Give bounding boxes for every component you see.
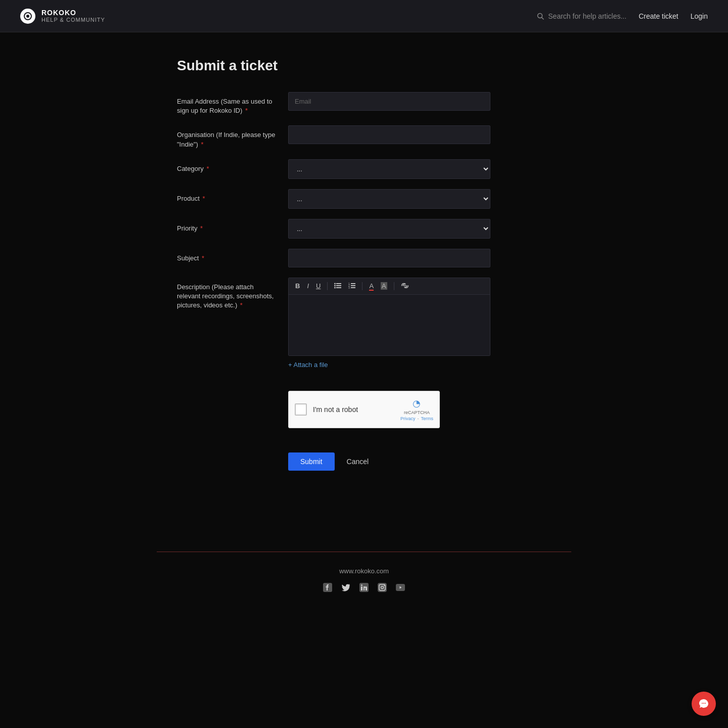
logo-subtitle: HELP & COMMUNITY [41,17,105,23]
recaptcha-links: Privacy - Terms [400,416,433,421]
recaptcha-box[interactable]: I'm not a robot ◔ reCAPTCHA Privacy - Te… [288,391,440,428]
ordered-list-button[interactable]: 1. 2. 3. [346,281,358,291]
logo-icon [20,9,35,24]
logo-area: ROKOKO HELP & COMMUNITY [20,9,537,24]
social-icons [10,583,718,594]
description-label: Description (Please attach relevant reco… [177,278,278,310]
svg-rect-8 [336,285,341,286]
svg-point-5 [334,285,336,286]
recaptcha-logo-area: ◔ reCAPTCHA Privacy - Terms [400,398,433,421]
recaptcha-brand-text: reCAPTCHA [404,410,430,415]
svg-point-25 [702,703,703,704]
search-bar[interactable]: Search for help articles... [537,12,626,20]
form-actions-row: Submit Cancel [177,452,551,471]
category-field-wrap: ... [288,159,490,179]
email-row: Email Address (Same as used to sign up f… [177,92,551,115]
description-editor[interactable] [289,295,490,355]
description-required: * [240,301,243,309]
product-field-wrap: ... [288,189,490,209]
recaptcha-checkbox[interactable] [295,403,307,416]
org-row: Organisation (If Indie, please type "Ind… [177,125,551,149]
subject-field-wrap [288,249,490,267]
product-select[interactable]: ... [288,189,490,209]
svg-text:3.: 3. [348,286,350,289]
recaptcha-spacer [177,391,278,396]
cancel-button[interactable]: Cancel [343,452,373,471]
create-ticket-button[interactable]: Create ticket [639,12,678,20]
svg-line-3 [542,17,544,19]
toolbar-divider-1 [327,282,328,290]
toolbar-divider-3 [394,282,394,290]
svg-point-4 [334,283,336,284]
recaptcha-brand-icon: ◔ [413,398,421,409]
chat-button[interactable] [692,692,716,716]
product-row: Product * ... [177,189,551,209]
email-input[interactable] [288,92,490,111]
twitter-icon[interactable] [341,583,350,594]
submit-button[interactable]: Submit [288,452,335,471]
category-select[interactable]: ... [288,159,490,179]
description-field-wrap: B I U [288,278,490,381]
priority-field-wrap: ... [288,219,490,239]
svg-rect-9 [336,287,341,288]
subject-label: Subject * [177,249,278,263]
actions-spacer [177,452,278,458]
recaptcha-row: I'm not a robot ◔ reCAPTCHA Privacy - Te… [177,391,551,442]
org-input[interactable] [288,125,490,144]
font-bg-button[interactable]: A [378,281,390,291]
unordered-list-button[interactable] [332,281,344,291]
search-placeholder: Search for help articles... [548,12,626,20]
youtube-icon[interactable] [396,583,405,594]
header-nav: Search for help articles... Create ticke… [537,12,708,20]
svg-rect-7 [336,283,341,284]
subject-row: Subject * [177,249,551,267]
category-label: Category * [177,159,278,173]
bold-button[interactable]: B [293,281,302,291]
email-label: Email Address (Same as used to sign up f… [177,92,278,115]
priority-select[interactable]: ... [288,219,490,239]
svg-point-6 [334,287,336,288]
subject-required: * [202,254,204,262]
svg-rect-14 [351,285,355,286]
search-icon [537,13,544,20]
svg-rect-18 [361,586,362,590]
svg-point-19 [361,584,362,586]
font-color-button[interactable]: A [367,281,376,291]
priority-row: Priority * ... [177,219,551,239]
priority-label: Priority * [177,219,278,233]
recaptcha-wrap: I'm not a robot ◔ reCAPTCHA Privacy - Te… [288,391,490,442]
editor-wrap: B I U [288,278,490,356]
priority-required: * [200,224,203,232]
login-button[interactable]: Login [691,12,708,20]
main-content: Submit a ticket Email Address (Same as u… [157,32,571,511]
unordered-list-icon [334,283,341,289]
footer: www.rokoko.com [0,552,728,609]
recaptcha-terms[interactable]: Terms [421,416,434,421]
footer-url: www.rokoko.com [10,567,718,575]
category-required: * [206,165,209,172]
editor-toolbar: B I U [289,278,490,295]
email-field-wrap [288,92,490,111]
facebook-icon[interactable] [323,583,332,594]
chat-icon [698,698,709,709]
recaptcha-privacy[interactable]: Privacy [400,416,416,421]
svg-point-26 [703,703,704,704]
logo-title: ROKOKO [41,9,105,17]
link-button[interactable] [398,281,412,291]
page-title: Submit a ticket [177,58,551,74]
svg-point-1 [26,15,29,18]
svg-point-23 [384,585,385,586]
description-row: Description (Please attach relevant reco… [177,278,551,381]
subject-input[interactable] [288,249,490,267]
underline-button[interactable]: U [313,281,323,291]
linkedin-icon[interactable] [359,583,369,594]
attach-file-link[interactable]: + Attach a file [288,361,328,369]
category-row: Category * ... [177,159,551,179]
org-label: Organisation (If Indie, please type "Ind… [177,125,278,149]
instagram-icon[interactable] [378,583,387,594]
product-label: Product * [177,189,278,203]
svg-point-27 [705,703,706,704]
ordered-list-icon: 1. 2. 3. [348,283,355,289]
italic-button[interactable]: I [304,281,311,291]
recaptcha-label: I'm not a robot [313,405,394,414]
